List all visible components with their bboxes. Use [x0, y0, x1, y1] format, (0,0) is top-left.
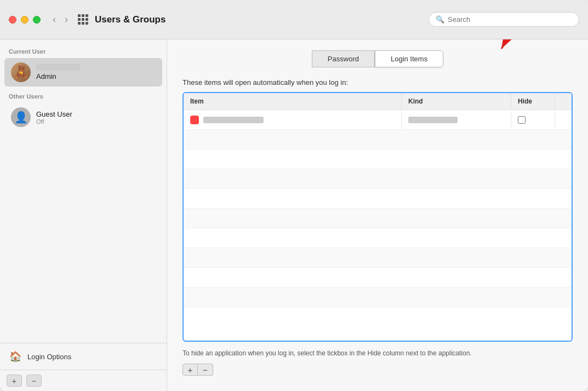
window-title: Users & Groups — [95, 14, 429, 25]
empty-row — [184, 209, 572, 228]
tab-login-items[interactable]: Login Items — [375, 50, 443, 67]
kind-cell — [402, 112, 511, 128]
remove-item-button[interactable]: − — [198, 364, 213, 376]
header-item: Item — [184, 93, 402, 110]
admin-username-blurred — [36, 64, 80, 71]
main-content: Current User 🧸 Admin Other Users 👤 Guest… — [0, 39, 588, 391]
house-icon: 🏠 — [9, 350, 22, 363]
add-user-button[interactable]: + — [7, 375, 22, 387]
table-body — [184, 110, 572, 341]
sidebar-item-admin[interactable]: 🧸 Admin — [4, 58, 162, 87]
red-arrow-annotation — [496, 39, 562, 53]
kind-blurred — [408, 117, 458, 123]
minimize-button[interactable] — [21, 16, 28, 24]
guest-user-info: Guest User Off — [36, 110, 72, 125]
close-button[interactable] — [9, 16, 16, 24]
app-window: ‹ › Users & Groups 🔍 Current User 🧸 — [0, 0, 588, 391]
empty-row — [184, 169, 572, 189]
grid-icon[interactable] — [78, 14, 88, 25]
forward-button[interactable]: › — [61, 12, 71, 27]
empty-row — [184, 130, 572, 150]
add-item-button[interactable]: + — [182, 364, 198, 376]
admin-avatar: 🧸 — [11, 62, 31, 82]
app-icon — [190, 116, 199, 124]
login-options-label: Login Options — [27, 353, 71, 361]
header-extra — [555, 93, 572, 110]
description-text: These items will open automatically when… — [182, 78, 573, 87]
search-box[interactable]: 🔍 — [429, 12, 579, 27]
admin-name: Admin — [36, 72, 80, 81]
table-header: Item Kind Hide — [184, 93, 572, 110]
current-user-label: Current User — [0, 48, 167, 58]
search-input[interactable] — [448, 15, 572, 24]
remove-user-button[interactable]: − — [26, 375, 42, 387]
empty-row — [184, 150, 572, 169]
nav-buttons: ‹ › — [49, 12, 71, 27]
header-hide: Hide — [511, 93, 555, 110]
sidebar-bottom: 🏠 Login Options — [0, 343, 167, 370]
titlebar: ‹ › Users & Groups 🔍 — [0, 0, 588, 39]
back-button[interactable]: ‹ — [49, 12, 59, 27]
right-panel: Password Login Items These items will op… — [167, 39, 588, 391]
empty-row — [184, 288, 572, 307]
table-row — [184, 110, 572, 130]
sidebar-scroll: Current User 🧸 Admin Other Users 👤 Guest… — [0, 39, 167, 343]
header-kind: Kind — [402, 93, 511, 110]
footer-text: To hide an application when you log in, … — [182, 348, 573, 358]
guest-avatar: 👤 — [11, 107, 31, 127]
item-cell — [184, 111, 402, 129]
empty-row — [184, 248, 572, 268]
search-icon: 🔍 — [436, 15, 444, 24]
traffic-lights — [9, 16, 41, 24]
empty-row — [184, 228, 572, 248]
hide-cell — [511, 112, 555, 128]
extra-cell — [555, 116, 572, 124]
items-table: Item Kind Hide — [182, 92, 573, 342]
sidebar-item-guest[interactable]: 👤 Guest User Off — [4, 103, 162, 131]
guest-status: Off — [36, 118, 72, 125]
guest-name: Guest User — [36, 110, 72, 118]
empty-row — [184, 268, 572, 288]
login-options-item[interactable]: 🏠 Login Options — [0, 343, 167, 370]
sidebar: Current User 🧸 Admin Other Users 👤 Guest… — [0, 39, 167, 391]
sidebar-footer: + − — [0, 370, 167, 391]
bottom-buttons: + − — [182, 364, 573, 376]
item-name-blurred — [203, 117, 264, 123]
tab-password[interactable]: Password — [312, 50, 375, 67]
admin-user-info: Admin — [36, 64, 80, 81]
empty-row — [184, 189, 572, 209]
other-users-label: Other Users — [0, 93, 167, 103]
maximize-button[interactable] — [33, 16, 41, 24]
tabs-container: Password Login Items — [182, 50, 573, 67]
hide-checkbox[interactable] — [518, 116, 526, 124]
